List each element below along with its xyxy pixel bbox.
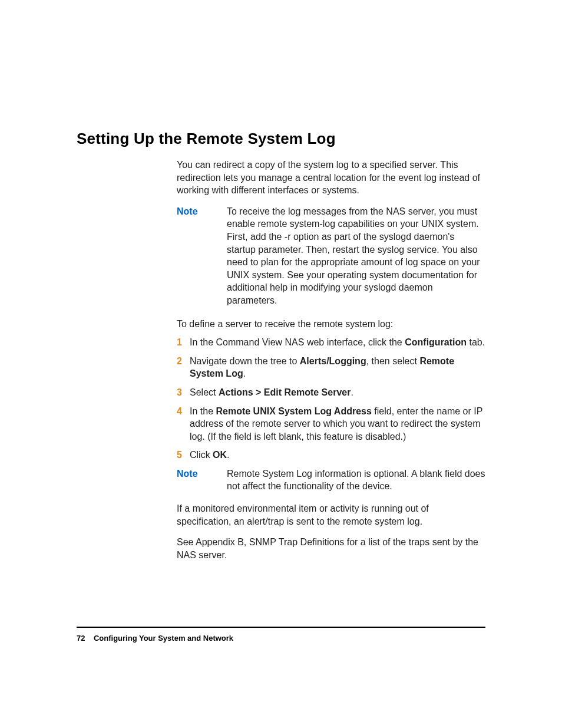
bold-text: Remote UNIX System Log Address [216, 406, 371, 416]
step-text: Select Actions > Edit Remote Server. [190, 386, 485, 399]
step-number: 2 [177, 355, 190, 380]
body-content: You can redirect a copy of the system lo… [177, 159, 485, 561]
step-number: 3 [177, 386, 190, 399]
text: . [227, 450, 229, 460]
trailing-paragraph-1: If a monitored environmental item or act… [177, 502, 485, 528]
note-block-1: Note To receive the log messages from th… [177, 205, 485, 307]
page-content: Setting Up the Remote System Log You can… [0, 0, 562, 561]
text: Click [190, 450, 213, 460]
note-body: To receive the log messages from the NAS… [227, 205, 485, 307]
note-block-2: Note Remote System Log information is op… [177, 467, 485, 493]
note-label: Note [177, 467, 227, 493]
step-4: 4 In the Remote UNIX System Log Address … [177, 405, 485, 443]
bold-text: Actions > Edit Remote Server [219, 387, 351, 397]
text: Select [190, 387, 219, 397]
note-label: Note [177, 205, 227, 307]
text: . [243, 368, 246, 378]
text: . [351, 387, 353, 397]
text: In the Command View NAS web interface, c… [190, 337, 405, 347]
trailing-paragraph-2: See Appendix B, SNMP Trap Definitions fo… [177, 536, 485, 561]
page-footer: 72 Configuring Your System and Network [77, 634, 233, 643]
note-body: Remote System Log information is optiona… [227, 467, 485, 493]
intro-paragraph: You can redirect a copy of the system lo… [177, 159, 485, 197]
page-number: 72 [77, 634, 85, 643]
step-text: In the Command View NAS web interface, c… [190, 336, 485, 349]
step-1: 1 In the Command View NAS web interface,… [177, 336, 485, 349]
step-text: In the Remote UNIX System Log Address fi… [190, 405, 485, 443]
bold-text: Alerts/Logging [300, 356, 366, 366]
section-heading: Setting Up the Remote System Log [77, 130, 485, 148]
step-number: 4 [177, 405, 190, 443]
step-3: 3 Select Actions > Edit Remote Server. [177, 386, 485, 399]
step-number: 1 [177, 336, 190, 349]
lead-sentence: To define a server to receive the remote… [177, 318, 485, 331]
step-2: 2 Navigate down the tree to Alerts/Loggi… [177, 355, 485, 380]
text: tab. [467, 337, 485, 347]
text: , then select [366, 356, 420, 366]
text: In the [190, 406, 216, 416]
step-text: Navigate down the tree to Alerts/Logging… [190, 355, 485, 380]
step-5: 5 Click OK. [177, 449, 485, 462]
footer-rule [77, 627, 485, 628]
bold-text: Configuration [405, 337, 467, 347]
step-number: 5 [177, 449, 190, 462]
step-text: Click OK. [190, 449, 485, 462]
text: Navigate down the tree to [190, 356, 300, 366]
bold-text: OK [213, 450, 227, 460]
chapter-title: Configuring Your System and Network [94, 634, 233, 643]
